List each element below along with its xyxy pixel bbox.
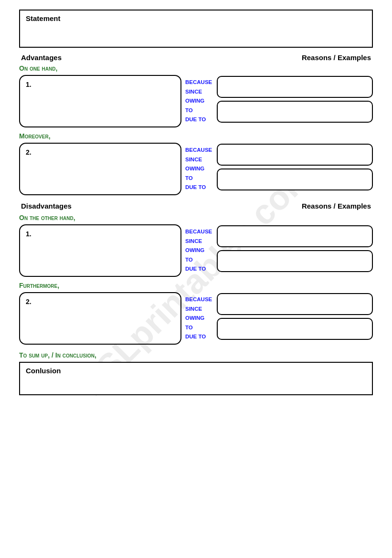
connector-because-1: BECAUSE bbox=[185, 78, 213, 87]
reason-boxes-adv-2 bbox=[217, 143, 373, 190]
connector-because-dis-1: BECAUSE bbox=[185, 227, 213, 237]
advantage-row-1: 1. BECAUSE SINCE OWING TO DUE TO bbox=[19, 75, 373, 127]
connector-since-dis-1: SINCE bbox=[185, 237, 213, 246]
reason-boxes-adv-1 bbox=[217, 75, 373, 123]
connectors-dis-1: BECAUSE SINCE OWING TO DUE TO bbox=[185, 224, 213, 274]
connector-because-dis-2: BECAUSE bbox=[185, 295, 213, 305]
disadvantage-num-2: 2. bbox=[26, 298, 175, 305]
connector-because-2: BECAUSE bbox=[185, 146, 213, 155]
disadvantage-box-2: 2. bbox=[19, 292, 181, 345]
reason-box-adv-1b bbox=[217, 101, 373, 123]
advantage-row-2: 2. BECAUSE SINCE OWING TO DUE TO bbox=[19, 143, 373, 195]
connector-dueto-dis-2: DUE TO bbox=[185, 332, 213, 342]
reason-box-dis-2a bbox=[217, 293, 373, 315]
connector-to-2: TO bbox=[185, 174, 213, 183]
reasons-examples-header: Reasons / Examples bbox=[302, 53, 371, 62]
reasons-examples-header2: Reasons / Examples bbox=[302, 202, 371, 210]
advantages-section-headers: Advantages Reasons / Examples bbox=[19, 53, 373, 62]
reason-box-dis-1b bbox=[217, 250, 373, 272]
connector-since-2: SINCE bbox=[185, 155, 213, 165]
disadvantage-box-1: 1. bbox=[19, 224, 181, 277]
advantage-num-1: 1. bbox=[26, 81, 175, 88]
connector-dueto-dis-1: DUE TO bbox=[185, 264, 213, 274]
advantage-box-2: 2. bbox=[19, 143, 181, 195]
connector-since-1: SINCE bbox=[185, 87, 213, 97]
connector-owing-dis-1: OWING bbox=[185, 246, 213, 255]
reason-box-adv-1a bbox=[217, 76, 373, 98]
connector-to-dis-1: TO bbox=[185, 255, 213, 265]
advantages-header: Advantages bbox=[21, 53, 62, 62]
advantage-num-2: 2. bbox=[26, 148, 175, 156]
furthermore-label: Furthermore, bbox=[19, 282, 373, 289]
disadvantage-row-2: 2. BECAUSE SINCE OWING TO DUE TO bbox=[19, 292, 373, 345]
connector-since-dis-2: SINCE bbox=[185, 305, 213, 314]
statement-box: Statement bbox=[19, 10, 373, 48]
disadvantages-section-headers: Disadvantages Reasons / Examples bbox=[19, 202, 373, 210]
disadvantage-num-1: 1. bbox=[26, 230, 175, 238]
connector-to-1: TO bbox=[185, 106, 213, 116]
on-other-hand-label: On the other hand, bbox=[19, 214, 373, 221]
disadvantages-header: Disadvantages bbox=[21, 202, 72, 210]
reason-boxes-dis-2 bbox=[217, 292, 373, 340]
on-one-hand-label: On one hand, bbox=[19, 64, 373, 72]
connector-owing-dis-2: OWING bbox=[185, 314, 213, 323]
moreover-label: Moreover, bbox=[19, 132, 373, 140]
connector-to-dis-2: TO bbox=[185, 323, 213, 333]
reason-box-dis-2b bbox=[217, 318, 373, 340]
reason-box-adv-2b bbox=[217, 168, 373, 190]
conclusion-label: Conlusion bbox=[26, 367, 366, 375]
connector-dueto-1: DUE TO bbox=[185, 115, 213, 125]
connector-owing-1: OWING bbox=[185, 96, 213, 106]
disadvantage-row-1: 1. BECAUSE SINCE OWING TO DUE TO bbox=[19, 224, 373, 277]
connectors-dis-2: BECAUSE SINCE OWING TO DUE TO bbox=[185, 292, 213, 342]
conclusion-section: To sum up, / In conclusion, Conlusion bbox=[19, 351, 373, 395]
conclusion-box: Conlusion bbox=[19, 362, 373, 395]
to-sum-up-label: To sum up, / In conclusion, bbox=[19, 351, 373, 359]
connector-dueto-2: DUE TO bbox=[185, 183, 213, 192]
connectors-adv-1: BECAUSE SINCE OWING TO DUE TO bbox=[185, 75, 213, 125]
advantage-box-1: 1. bbox=[19, 75, 181, 127]
reason-box-adv-2a bbox=[217, 144, 373, 166]
statement-label: Statement bbox=[26, 14, 366, 22]
reason-boxes-dis-1 bbox=[217, 224, 373, 272]
connector-owing-2: OWING bbox=[185, 164, 213, 174]
connectors-adv-2: BECAUSE SINCE OWING TO DUE TO bbox=[185, 143, 213, 192]
reason-box-dis-1a bbox=[217, 225, 373, 247]
